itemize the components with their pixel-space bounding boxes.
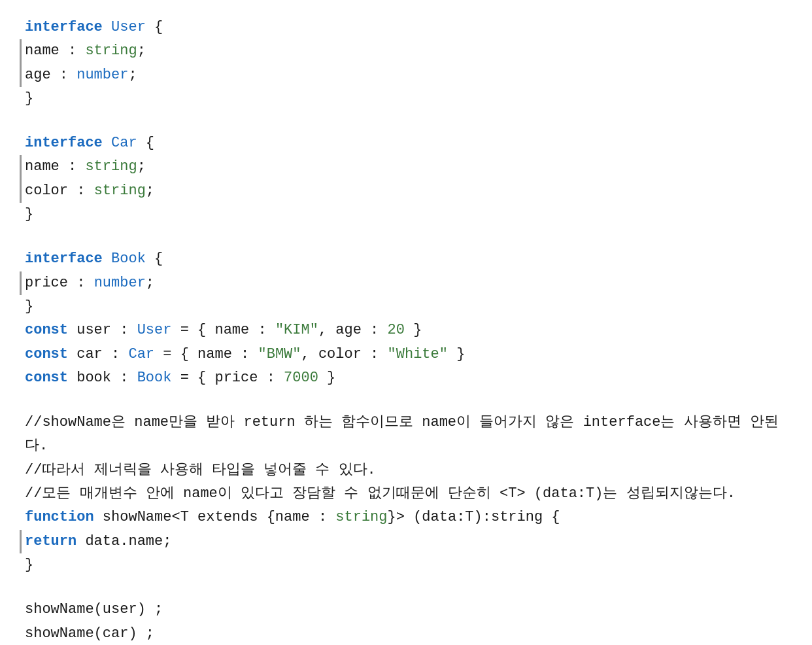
code-row: return data.name;: [20, 530, 792, 553]
code-row: //따라서 제너릭을 사용해 타입을 넣어줄 수 있다.: [20, 459, 792, 482]
line-bar: [20, 366, 24, 390]
code-row: const car : Car = { name : "BMW", color …: [20, 343, 792, 366]
code-row: const user : User = { name : "KIM", age …: [20, 319, 792, 342]
code-row: interface Car {: [20, 131, 792, 155]
line-content: function showName<T extends {name : stri…: [25, 506, 792, 529]
code-row: //showName은 name만을 받아 return 하는 함수이므로 na…: [20, 411, 792, 459]
line-bar: [20, 622, 24, 645]
line-content: //따라서 제너릭을 사용해 타입을 넣어줄 수 있다.: [25, 459, 792, 482]
line-content: const user : User = { name : "KIM", age …: [25, 319, 792, 342]
code-row: color : string;: [20, 179, 792, 203]
line-bar: [20, 598, 24, 621]
line-bar: [20, 87, 24, 111]
line-bar: [20, 319, 24, 342]
line-content: }: [25, 553, 792, 577]
line-content: name : string;: [25, 155, 792, 179]
line-content: const car : Car = { name : "BMW", color …: [25, 343, 792, 366]
line-content: age : number;: [25, 63, 792, 87]
line-bar: [20, 411, 24, 459]
line-content: price : number;: [25, 271, 792, 295]
code-row: showName(user) ;: [20, 598, 792, 621]
line-bar: [20, 459, 24, 482]
line-content: const book : Book = { price : 7000 }: [25, 366, 792, 390]
line-bar: [20, 131, 24, 155]
line-bar: [20, 506, 24, 529]
line-content: }: [25, 87, 792, 111]
code-row: function showName<T extends {name : stri…: [20, 506, 792, 529]
line-content: name : string;: [25, 39, 792, 63]
line-bar: [20, 482, 24, 506]
line-bar: [20, 295, 24, 319]
line-content: showName(user) ;: [25, 598, 792, 621]
blank-line: [20, 226, 792, 247]
line-content: interface User {: [25, 16, 792, 39]
line-bar: [20, 179, 24, 203]
code-row: }: [20, 87, 792, 111]
code-row: showName(car) ;: [20, 622, 792, 645]
line-content: }: [25, 203, 792, 226]
line-content: color : string;: [25, 179, 792, 203]
code-row: }: [20, 203, 792, 226]
code-content: interface User { name : string; age : nu…: [20, 16, 792, 645]
line-content: //모든 매개변수 안에 name이 있다고 장담할 수 없기때문에 단순히 <…: [25, 482, 792, 506]
code-row: interface User {: [20, 16, 792, 39]
code-row: age : number;: [20, 63, 792, 87]
code-row: const book : Book = { price : 7000 }: [20, 366, 792, 390]
line-bar: [20, 63, 24, 87]
code-row: interface Book {: [20, 247, 792, 271]
line-bar: [20, 155, 24, 179]
code-row: //모든 매개변수 안에 name이 있다고 장담할 수 없기때문에 단순히 <…: [20, 482, 792, 506]
line-bar: [20, 16, 24, 39]
code-row: name : string;: [20, 39, 792, 63]
blank-line: [20, 390, 792, 411]
code-viewer: interface User { name : string; age : nu…: [13, 10, 799, 645]
line-bar: [20, 271, 24, 295]
code-row: }: [20, 553, 792, 577]
code-row: name : string;: [20, 155, 792, 179]
line-content: interface Car {: [25, 131, 792, 155]
line-content: return data.name;: [25, 530, 792, 553]
line-content: //showName은 name만을 받아 return 하는 함수이므로 na…: [25, 411, 792, 459]
blank-line: [20, 111, 792, 131]
line-bar: [20, 247, 24, 271]
code-row: price : number;: [20, 271, 792, 295]
line-bar: [20, 343, 24, 366]
line-content: }: [25, 295, 792, 319]
line-bar: [20, 39, 24, 63]
line-bar: [20, 553, 24, 577]
line-bar: [20, 530, 24, 553]
line-content: interface Book {: [25, 247, 792, 271]
code-row: }: [20, 295, 792, 319]
blank-line: [20, 577, 792, 598]
line-content: showName(car) ;: [25, 622, 792, 645]
line-bar: [20, 203, 24, 226]
